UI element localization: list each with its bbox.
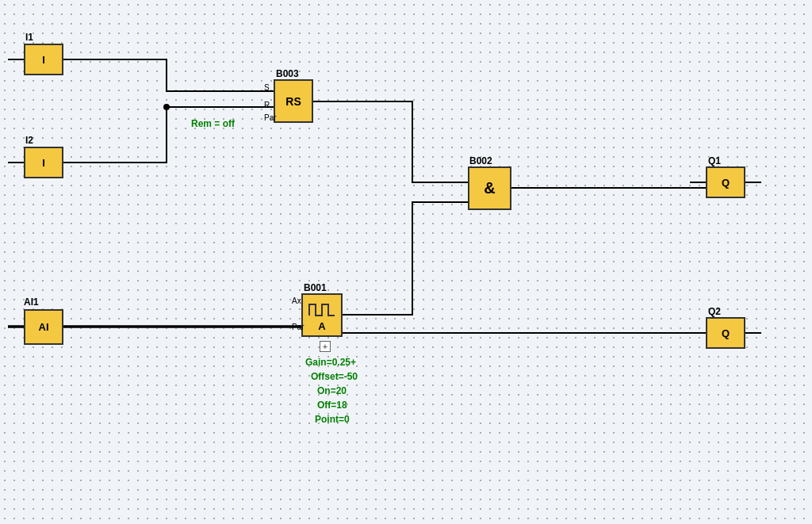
block-B002-inner: & (484, 179, 495, 197)
block-B001-label: B001 (304, 282, 327, 293)
block-B003-inner: RS (285, 95, 301, 108)
block-B003-r-port: R (264, 101, 270, 109)
block-B003[interactable]: RS (274, 79, 313, 123)
block-Q1-inner: Q (722, 177, 730, 189)
rem-off-label: Rem = off (191, 118, 235, 129)
block-AI1[interactable]: AI (24, 309, 63, 345)
point-label: Point=0 (315, 414, 350, 425)
wires-layer (0, 0, 812, 524)
block-Q1[interactable]: Q (706, 166, 745, 198)
off-label: Off=18 (317, 400, 347, 411)
block-B003-par-port: Par (264, 113, 277, 122)
block-B001-inner: A (318, 320, 325, 332)
block-AI1-label: AI1 (24, 296, 39, 308)
block-AI1-inner: AI (39, 321, 49, 333)
offset-label: Offset=-50 (311, 371, 358, 382)
block-I2-label: I2 (25, 135, 33, 146)
block-B001-par-port: Par (292, 323, 304, 331)
block-Q2[interactable]: Q (706, 317, 745, 349)
block-B001[interactable]: A (301, 293, 343, 337)
canvas: I I1 I I2 AI AI1 RS B003 S R Par Rem = o… (0, 0, 812, 524)
expand-B001-button[interactable]: + (320, 341, 331, 352)
block-B003-s-port: S (264, 83, 270, 92)
block-Q2-label: Q2 (708, 306, 721, 317)
block-Q1-label: Q1 (708, 155, 721, 166)
gain-label: Gain=0.25+ (305, 357, 356, 368)
block-I2[interactable]: I (24, 147, 63, 178)
block-I1[interactable]: I (24, 44, 63, 75)
junction-dot (163, 104, 170, 110)
block-B002[interactable]: & (468, 166, 511, 210)
block-I2-inner: I (42, 157, 45, 169)
block-Q2-inner: Q (722, 327, 730, 339)
block-B003-label: B003 (276, 68, 299, 79)
on-label: On=20 (317, 385, 347, 396)
waveform-icon (308, 298, 336, 320)
block-I1-inner: I (42, 54, 45, 66)
block-B001-ax-port: Ax (292, 296, 301, 305)
block-B002-label: B002 (469, 155, 492, 166)
block-I1-label: I1 (25, 32, 33, 43)
